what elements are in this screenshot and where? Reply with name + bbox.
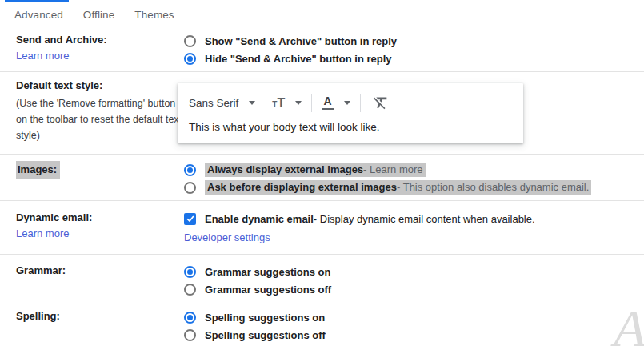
dynamic-email-label: Dynamic email:: [16, 210, 184, 226]
text-style-label-col: Default text style: (Use the 'Remove for…: [16, 78, 184, 154]
text-color-icon: A: [324, 95, 332, 107]
option-label: Always display external images: [207, 163, 363, 175]
section-default-text-style: Default text style: (Use the 'Remove for…: [0, 72, 644, 155]
option-label: Grammar suggestions on: [205, 266, 330, 278]
section-images: Images: Always display external images -…: [0, 155, 644, 201]
option-label: Hide "Send & Archive" button in reply: [205, 53, 392, 65]
text-size-icon: T: [277, 96, 285, 110]
chevron-down-icon[interactable]: [344, 101, 350, 105]
images-label: Images:: [16, 161, 60, 179]
grammar-label: Grammar:: [16, 263, 184, 279]
option-spelling-off: Spelling suggestions off: [184, 326, 644, 344]
images-label-col: Images:: [16, 161, 184, 200]
option-always-display-images: Always display external images - Learn m…: [184, 161, 644, 179]
spelling-label: Spelling:: [16, 308, 184, 324]
body-text-preview: This is what your body text will look li…: [189, 121, 510, 133]
dynamic-email-learn-more-link[interactable]: Learn more: [16, 226, 69, 242]
option-spelling-on: Spelling suggestions on: [184, 308, 644, 326]
font-size-dropdown[interactable]: T T: [272, 96, 285, 110]
radio-ask-before-display-images[interactable]: [184, 182, 196, 194]
text-color-underline: [322, 108, 334, 110]
section-dynamic-email: Dynamic email: Learn more Enable dynamic…: [0, 201, 644, 255]
option-label: Grammar suggestions off: [205, 284, 331, 296]
spelling-label-col: Spelling:: [16, 308, 184, 346]
text-style-toolbar: Sans Serif T T A: [189, 92, 510, 113]
text-color-button[interactable]: A: [322, 95, 334, 110]
remove-formatting-icon: [372, 94, 390, 111]
radio-grammar-off[interactable]: [184, 284, 196, 296]
send-archive-label: Send and Archive:: [16, 32, 184, 48]
checkmark-icon: [186, 214, 195, 223]
option-label: Spelling suggestions off: [205, 329, 326, 341]
dynamic-email-label-col: Dynamic email: Learn more: [16, 210, 184, 254]
option-label: Show "Send & Archive" button in reply: [205, 35, 397, 47]
settings-tab-bar: Advanced Offline Themes: [0, 0, 644, 26]
tab-advanced[interactable]: Advanced: [14, 9, 63, 21]
chevron-down-icon[interactable]: [249, 101, 255, 105]
gmail-advanced-settings-page: Advanced Offline Themes Send and Archive…: [0, 0, 644, 346]
option-label: Spelling suggestions on: [205, 312, 325, 324]
option-grammar-on: Grammar suggestions on: [184, 263, 644, 280]
radio-show-send-archive[interactable]: [184, 35, 196, 47]
active-tab-indicator: [5, 0, 69, 2]
text-style-preview-card: Sans Serif T T A: [178, 83, 523, 143]
developer-settings-link[interactable]: Developer settings: [184, 230, 270, 246]
checkbox-enable-dynamic-email[interactable]: [184, 213, 196, 225]
section-send-and-archive: Send and Archive: Learn more Show "Send …: [0, 26, 644, 72]
chevron-down-icon[interactable]: [295, 101, 302, 105]
radio-grammar-on[interactable]: [184, 266, 196, 278]
font-family-dropdown[interactable]: Sans Serif: [189, 97, 238, 109]
option-enable-dynamic-email: Enable dynamic email - Display dynamic e…: [184, 210, 644, 227]
option-label: Enable dynamic email: [205, 213, 314, 225]
option-hide-send-archive: Hide "Send & Archive" button in reply: [184, 50, 644, 67]
option-learn-more-link[interactable]: - Learn more: [363, 163, 422, 175]
remove-formatting-button[interactable]: [372, 94, 390, 111]
toolbar-divider: [311, 94, 312, 112]
text-style-note: (Use the 'Remove formatting' button on t…: [16, 95, 184, 143]
send-archive-label-col: Send and Archive: Learn more: [16, 32, 184, 71]
toolbar-divider: [360, 94, 361, 112]
option-grammar-off: Grammar suggestions off: [184, 280, 644, 298]
option-description: - Display dynamic email content when ava…: [314, 213, 535, 225]
radio-hide-send-archive[interactable]: [184, 53, 196, 65]
option-label: Ask before displaying external images: [207, 181, 397, 193]
radio-spelling-on[interactable]: [184, 312, 196, 324]
radio-spelling-off[interactable]: [184, 329, 196, 341]
radio-always-display-images[interactable]: [184, 164, 196, 176]
option-ask-before-display-images: Ask before displaying external images - …: [184, 179, 644, 196]
section-grammar: Grammar: Grammar suggestions on Grammar …: [0, 255, 644, 300]
tab-themes[interactable]: Themes: [134, 9, 174, 21]
send-archive-learn-more-link[interactable]: Learn more: [16, 48, 69, 64]
grammar-label-col: Grammar:: [16, 263, 184, 300]
section-spelling: Spelling: Spelling suggestions on Spelli…: [0, 300, 644, 346]
option-description: - This option also disables dynamic emai…: [397, 181, 589, 193]
text-style-label: Default text style:: [16, 78, 184, 94]
option-show-send-archive: Show "Send & Archive" button in reply: [184, 32, 644, 50]
tab-offline[interactable]: Offline: [83, 9, 114, 21]
